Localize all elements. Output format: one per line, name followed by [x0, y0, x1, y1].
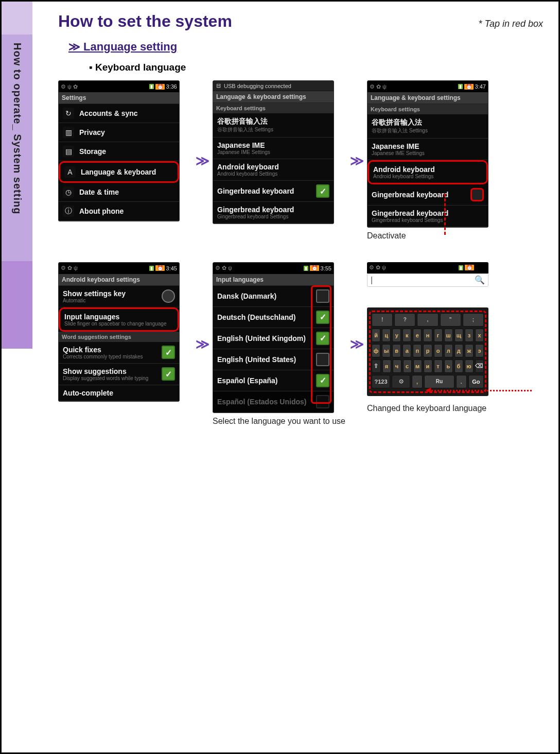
keyboard-key[interactable]: т [434, 359, 443, 373]
settings-row[interactable]: Android keyboardAndroid keyboard Setting… [367, 160, 488, 184]
status-icons-left: ⚙ ψ ✿ [61, 83, 78, 90]
checkbox[interactable] [316, 184, 329, 198]
text-cursor: | [371, 276, 373, 285]
settings-row[interactable]: ▤Storage [59, 142, 179, 161]
keyboard-key[interactable]: б [454, 359, 463, 373]
keyboard-key[interactable]: к [402, 329, 411, 342]
keyboard-key[interactable]: у [392, 329, 401, 342]
row-label: Android keyboard [217, 163, 329, 171]
keyboard-key[interactable]: й [372, 329, 380, 342]
keyboard-key[interactable]: э [475, 344, 484, 357]
hint-text: * Tap in red box [479, 19, 543, 29]
keyboard-key[interactable]: и [424, 359, 432, 373]
row-label: Quick fixes [63, 346, 156, 354]
keyboard-key[interactable]: ч [393, 359, 401, 373]
search-input[interactable]: |🔍 [367, 273, 488, 287]
keyboard-key[interactable]: ? [394, 313, 415, 327]
checkbox[interactable] [470, 188, 484, 201]
keyboard-key[interactable]: ! [372, 313, 393, 327]
keyboard-key[interactable]: р [423, 344, 432, 357]
settings-row[interactable]: 谷歌拼音输入法谷歌拼音输入法 Settings [213, 113, 334, 138]
document-page: How to operate_ System setting How to se… [0, 0, 560, 754]
keyboard-key[interactable]: ; [463, 313, 484, 327]
keyboard-key[interactable]: ⌫ [475, 359, 484, 373]
row-sublabel: Automatic [63, 298, 156, 303]
keyboard-key[interactable]: а [402, 344, 411, 357]
checkbox[interactable] [162, 346, 175, 359]
keyboard-key[interactable]: с [403, 359, 412, 373]
keyboard-key[interactable]: ш [444, 329, 453, 342]
settings-row[interactable]: ALanguage & keyboard [59, 161, 179, 183]
subsection-title: ≫ Language setting [68, 40, 543, 54]
keyboard-key[interactable]: ю [465, 359, 474, 373]
keyboard-row: фывапролджэ [372, 344, 484, 357]
settings-row[interactable]: Show suggestionsDisplay suggested words … [59, 364, 179, 385]
settings-row[interactable]: Japanese IMEJapanese IME Settings [213, 138, 334, 159]
row-label: Android keyboard [373, 165, 482, 174]
row-label: Japanese IME [372, 142, 484, 150]
alarm-icon: ⏰ [155, 84, 165, 90]
screenshots-grid: ⚙ ψ ✿ ▮⏰3:36 Settings ↻Accounts & sync▥P… [58, 80, 543, 427]
keyboard-key[interactable]: в [392, 344, 401, 357]
keyboard-key[interactable]: о [434, 344, 443, 357]
keyboard-key[interactable]: е [413, 329, 422, 342]
keyboard-key[interactable]: ц [382, 329, 391, 342]
keyboard-key[interactable]: ф [372, 344, 380, 357]
screenshot-cell: ⚙ ✿ ψ ▮⏰3:47 |🔍 !?,";йцукенгшщзхфывапрол… [367, 262, 511, 427]
settings-row[interactable]: Gingerbread keyboard① [367, 184, 488, 205]
checkbox[interactable] [162, 367, 175, 381]
keyboard-key[interactable]: ь [444, 359, 453, 373]
settings-row[interactable]: ⓘAbout phone [59, 202, 179, 221]
screen-header: Input languages [213, 274, 334, 286]
keyboard-key[interactable]: ⊙ [392, 375, 410, 388]
keyboard-key[interactable]: . [456, 375, 467, 388]
search-icon[interactable]: 🔍 [475, 275, 485, 285]
row-label: Show suggestions [63, 367, 156, 375]
keyboard-key[interactable]: ?123 [372, 375, 390, 388]
keyboard-key[interactable]: " [440, 313, 461, 327]
row-sublabel: Corrects commonly typed mistakes [63, 354, 156, 359]
title-row: How to set the system * Tap in red box [58, 12, 543, 31]
keyboard-key[interactable]: я [382, 359, 391, 373]
keyboard-key[interactable]: з [465, 329, 474, 342]
settings-row[interactable]: Gingerbread keyboardGingerbread keyboard… [213, 202, 334, 224]
keyboard-key[interactable]: м [413, 359, 422, 373]
settings-row[interactable]: ↻Accounts & sync [59, 104, 179, 123]
settings-row[interactable]: ▥Privacy [59, 123, 179, 142]
radio-button[interactable] [162, 289, 175, 303]
keyboard-key[interactable]: г [434, 329, 443, 342]
keyboard-key[interactable]: х [475, 329, 484, 342]
settings-row[interactable]: Quick fixesCorrects commonly typed mista… [59, 342, 179, 364]
caption-changed-language: Changed the keyboard language [367, 403, 511, 414]
settings-row[interactable]: Auto-complete [59, 385, 179, 401]
keyboard-key[interactable]: щ [454, 329, 463, 342]
keyboard-key[interactable]: д [454, 344, 463, 357]
keyboard-key[interactable]: ы [382, 344, 391, 357]
settings-row[interactable]: 谷歌拼音输入法谷歌拼音输入法 Settings [367, 114, 488, 139]
keyboard-key[interactable]: ⇧ [372, 359, 381, 373]
screen-header: Settings [59, 92, 179, 104]
screenshot-cell: ⚙ ψ ✿ ▮⏰3:36 Settings ↻Accounts & sync▥P… [58, 80, 192, 242]
keyboard-key[interactable]: п [413, 344, 422, 357]
keyboard-key[interactable]: н [423, 329, 432, 342]
row-label: Gingerbread keyboard [372, 191, 465, 199]
keyboard-key[interactable]: , [412, 375, 423, 388]
settings-row[interactable]: Gingerbread keyboard [213, 181, 334, 202]
keyboard-key[interactable]: , [417, 313, 438, 327]
phone-screen-language-keyboard-2: ⚙ ✿ ψ ▮⏰3:47 Language & keyboard setting… [367, 80, 488, 228]
screenshot-cell: ⊟USB debugging connected Language & keyb… [213, 80, 346, 242]
row-sublabel: Japanese IME Settings [372, 150, 484, 156]
screenshot-cell: ⚙ ✿ ψ ▮⏰3:47 Language & keyboard setting… [367, 80, 511, 242]
settings-row[interactable]: Show settings keyAutomatic [59, 286, 179, 307]
keyboard-key[interactable]: ж [465, 344, 474, 357]
settings-row[interactable]: Android keyboardAndroid keyboard Setting… [213, 159, 334, 181]
settings-row[interactable]: Gingerbread keyboardGingerbread keyboard… [367, 205, 488, 227]
row-label: Language & keyboard [81, 168, 173, 176]
keyboard-key[interactable]: л [444, 344, 453, 357]
status-bar: ⚙ ✿ ψ ▮⏰3:55 [213, 263, 334, 274]
settings-row[interactable]: Input languagesSlide finger on spacebar … [59, 307, 179, 332]
settings-row[interactable]: Japanese IMEJapanese IME Settings [367, 139, 488, 160]
settings-row[interactable]: ◷Date & time [59, 183, 179, 202]
onscreen-keyboard[interactable]: !?,";йцукенгшщзхфывапролджэ⇧ячсмитьбю⌫?1… [367, 307, 488, 396]
keyboard-key[interactable]: Go [468, 375, 484, 388]
